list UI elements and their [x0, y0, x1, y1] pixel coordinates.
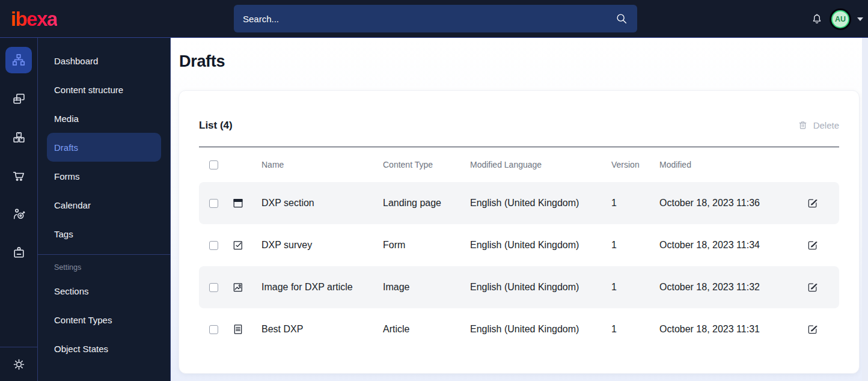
product-boxes-icon — [11, 130, 26, 145]
cell-modified-language: English (United Kingdom) — [470, 324, 611, 335]
chevron-down-icon[interactable] — [857, 17, 863, 21]
select-row-checkbox[interactable] — [209, 283, 218, 292]
cell-version: 1 — [611, 198, 659, 209]
cell-version: 1 — [611, 282, 659, 293]
cell-modified: October 18, 2023 11:36 — [659, 198, 807, 209]
sidebar-item-sections[interactable]: Sections — [47, 276, 161, 305]
ibexa-logo[interactable]: ibexa — [11, 8, 57, 31]
cell-modified: October 18, 2023 11:32 — [659, 282, 807, 293]
sidebar-item-forms[interactable]: Forms — [47, 162, 161, 190]
cell-content-type: Landing page — [383, 198, 470, 209]
column-header-version: Version — [611, 160, 659, 169]
rail-item-commerce[interactable] — [5, 162, 32, 189]
shopping-cart-icon — [11, 168, 26, 183]
trash-icon — [798, 120, 808, 130]
table-header-row: Name Content Type Modified Language Vers… — [199, 147, 839, 182]
cell-modified: October 18, 2023 11:34 — [659, 240, 807, 251]
sidebar: Dashboard Content structure Media Drafts… — [38, 38, 171, 381]
avatar[interactable]: AU — [831, 10, 849, 28]
rail-item-pages[interactable] — [5, 85, 32, 112]
rail-item-corporate[interactable] — [5, 239, 32, 266]
topbar: ibexa AU — [0, 0, 868, 38]
cell-modified-language: English (United Kingdom) — [470, 240, 611, 251]
edit-button[interactable] — [807, 239, 839, 251]
notifications-bell-icon[interactable] — [810, 13, 824, 26]
article-icon — [232, 323, 261, 335]
page-title: Drafts — [179, 52, 225, 71]
search-icon[interactable] — [615, 12, 628, 25]
delete-button-label: Delete — [813, 120, 839, 130]
list-count-title: List (4) — [199, 120, 233, 132]
select-row-checkbox[interactable] — [209, 199, 218, 208]
select-row-checkbox[interactable] — [209, 241, 218, 250]
table-row: DXP section Landing page English (United… — [199, 182, 839, 224]
cell-name[interactable]: DXP survey — [261, 240, 383, 251]
edit-button[interactable] — [807, 281, 839, 293]
cell-modified: October 18, 2023 11:31 — [659, 324, 807, 335]
landing-page-icon — [232, 197, 261, 209]
rail-item-product-catalog[interactable] — [5, 124, 32, 150]
column-header-content-type: Content Type — [383, 160, 470, 169]
sidebar-item-object-states[interactable]: Object States — [47, 334, 161, 363]
column-header-modified-language: Modified Language — [470, 160, 611, 169]
cell-version: 1 — [611, 324, 659, 335]
audience-target-icon — [11, 207, 26, 222]
table-row: DXP survey Form English (United Kingdom)… — [199, 224, 839, 266]
cell-modified-language: English (United Kingdom) — [470, 282, 611, 293]
main-content: Drafts List (4) Delete Name — [171, 38, 868, 381]
image-icon — [232, 281, 261, 293]
badge-icon — [11, 245, 26, 260]
table-row: Best DXP Article English (United Kingdom… — [199, 308, 839, 350]
drafts-card: List (4) Delete Name Content Type Mod — [179, 90, 860, 374]
icon-rail — [0, 38, 38, 381]
sitemap-icon — [11, 52, 26, 68]
cell-modified-language: English (United Kingdom) — [470, 198, 611, 209]
scrollbar-track[interactable] — [862, 38, 868, 381]
cell-name[interactable]: DXP section — [261, 198, 383, 209]
rail-settings[interactable] — [0, 347, 37, 381]
rail-item-content[interactable] — [5, 47, 32, 73]
sidebar-item-drafts[interactable]: Drafts — [47, 133, 161, 162]
settings-section-header: Settings — [38, 255, 170, 272]
search-input[interactable] — [243, 14, 615, 24]
edit-button[interactable] — [807, 323, 839, 335]
sidebar-item-content-types[interactable]: Content Types — [47, 305, 161, 334]
gear-icon — [11, 357, 26, 372]
cell-content-type: Image — [383, 282, 470, 293]
column-header-modified: Modified — [659, 160, 807, 169]
sidebar-menu: Dashboard Content structure Media Drafts… — [38, 38, 170, 248]
select-row-checkbox[interactable] — [209, 325, 218, 334]
edit-button[interactable] — [807, 197, 839, 209]
cell-content-type: Form — [383, 240, 470, 251]
sidebar-item-tags[interactable]: Tags — [47, 219, 161, 248]
pages-icon — [11, 91, 26, 106]
cell-version: 1 — [611, 240, 659, 251]
cell-name[interactable]: Best DXP — [261, 324, 383, 335]
column-header-name: Name — [261, 160, 383, 169]
cell-content-type: Article — [383, 324, 470, 335]
sidebar-item-dashboard[interactable]: Dashboard — [47, 46, 161, 75]
table-row: Image for DXP article Image English (Uni… — [199, 266, 839, 308]
global-search[interactable] — [234, 5, 637, 32]
sidebar-item-media[interactable]: Media — [47, 104, 161, 133]
cell-name[interactable]: Image for DXP article — [261, 282, 383, 293]
select-all-checkbox[interactable] — [209, 160, 218, 169]
rail-item-personalization[interactable] — [5, 201, 32, 227]
form-icon — [232, 239, 261, 251]
settings-menu: Sections Content Types Object States — [38, 276, 170, 363]
topbar-actions: AU — [810, 0, 863, 38]
sidebar-item-calendar[interactable]: Calendar — [47, 190, 161, 219]
sidebar-item-content-structure[interactable]: Content structure — [47, 75, 161, 104]
avatar-initials: AU — [835, 15, 846, 23]
delete-button[interactable]: Delete — [798, 120, 839, 130]
